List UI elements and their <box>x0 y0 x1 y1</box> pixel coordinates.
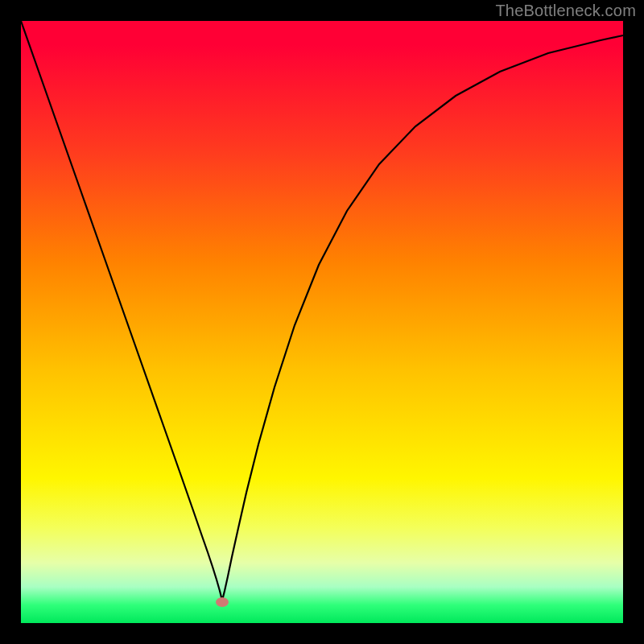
plot-area <box>21 21 623 623</box>
watermark-text: TheBottleneck.com <box>495 2 636 20</box>
vertex-marker-icon <box>216 597 229 607</box>
curve-svg <box>21 21 623 623</box>
bottleneck-curve <box>21 21 623 601</box>
chart-frame: TheBottleneck.com <box>0 0 644 644</box>
